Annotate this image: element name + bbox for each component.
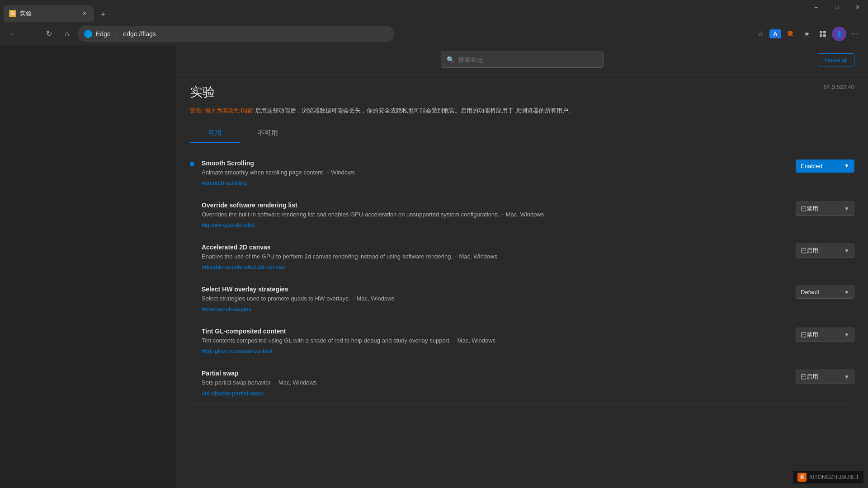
weibo-icon[interactable]: 微 [783,27,797,41]
watermark-logo: 系 [797,473,807,482]
content-area: 🔍 Reset all 实验 84.0.522.40 警告: 前方为实验性功能!… [176,45,868,488]
menu-button[interactable]: ⋯ [848,27,863,41]
minimize-button[interactable]: – [806,0,826,14]
flag-control: 已启用 ▼ [796,370,854,384]
flag-select-value: 已禁用 [801,205,818,213]
watermark: 系 XITONGZHIJIA.NET [793,471,863,483]
content-tabs: 可用 不可用 [190,124,854,143]
flag-dot [190,246,194,250]
flags-header: 实验 84.0.522.40 [190,84,854,101]
left-sidebar [0,45,176,488]
browser-collections-icon[interactable] [816,27,830,41]
flag-link[interactable]: #smooth-scrolling [202,179,248,186]
flag-name: Select HW overlay strategies [202,286,788,293]
search-container: 🔍 Reset all [176,45,868,75]
flag-select-value: 已启用 [801,373,818,381]
flag-item: Smooth Scrolling Animate smoothly when s… [190,152,854,194]
tab-available[interactable]: 可用 [190,124,240,143]
maximize-button[interactable]: □ [826,0,847,14]
flag-desc: Animate smoothly when scrolling page con… [202,169,788,177]
flag-info: Tint GL-composited content Tint contents… [202,328,788,355]
flag-desc: Overrides the built-in software renderin… [202,211,788,219]
new-tab-button[interactable]: + [96,7,110,22]
warning-body: 启用这些功能后，浏览器数据可能会丢失，你的安全或隐私也可能会受到危害。启用的功能… [255,107,574,114]
flag-select-value: 已禁用 [801,331,818,339]
flag-select-arrow-icon: ▼ [844,374,849,380]
tab-label: 实验 [20,9,32,18]
search-box[interactable]: 🔍 [441,52,604,68]
flag-link[interactable]: #ui-disable-partial-swap [202,390,264,397]
flag-info: Partial swap Sets partial swap behavior.… [202,370,788,397]
flag-item: Select HW overlay strategies Select stra… [190,278,854,320]
flag-link[interactable]: #overlay-strategies [202,305,251,312]
address-box[interactable]: Edge | edge://flags [78,26,394,42]
tab-unavailable[interactable]: 不可用 [240,124,296,143]
flag-dot [190,330,194,334]
flag-name: Override software rendering list [202,202,788,209]
back-button[interactable]: ← [5,27,20,41]
flag-name: Tint GL-composited content [202,328,788,335]
address-url[interactable]: edge://flags [123,30,156,38]
flag-select-button[interactable]: 已启用 ▼ [796,244,854,258]
warning-message: 警告: 前方为实验性功能! 启用这些功能后，浏览器数据可能会丢失，你的安全或隐私… [190,106,854,115]
toolbar-right: ☆ A 微 ★ 👤 ⋯ [753,27,863,41]
flag-select-button[interactable]: 已禁用 ▼ [796,202,854,216]
home-button[interactable]: ⌂ [60,27,74,41]
tab-close-btn[interactable]: ✕ [80,9,89,18]
flag-select-button[interactable]: Enabled ▼ [796,160,854,173]
collections-icon[interactable]: ★ [799,27,814,41]
profile-button[interactable]: 👤 [832,27,846,41]
translate-icon[interactable]: A [769,29,781,38]
warning-link[interactable]: 警告: 前方为实验性功能! [190,107,254,114]
tab-favicon: 实 [9,10,16,17]
flag-item: Accelerated 2D canvas Enables the use of… [190,236,854,278]
flag-select-arrow-icon: ▼ [844,163,849,169]
close-button[interactable]: ✕ [847,0,868,14]
flag-name: Partial swap [202,370,788,377]
address-separator: | [116,30,118,38]
flag-select-arrow-icon: ▼ [844,332,849,338]
flag-select-value: 已启用 [801,247,818,255]
flag-info: Select HW overlay strategies Select stra… [202,286,788,313]
flag-select-button[interactable]: Default ▼ [796,286,854,299]
svg-rect-0 [820,31,822,33]
flag-select-value: Default [801,289,819,296]
main-content: 🔍 Reset all 实验 84.0.522.40 警告: 前方为实验性功能!… [0,45,868,488]
flag-control: 已禁用 ▼ [796,202,854,216]
active-tab[interactable]: 实 实验 ✕ [4,5,94,22]
svg-rect-2 [820,34,822,37]
tab-area: 实 实验 ✕ + [4,0,110,22]
flag-control: Enabled ▼ [796,160,854,173]
flag-select-arrow-icon: ▼ [844,289,849,296]
flag-select-arrow-icon: ▼ [844,206,849,212]
flag-name: Smooth Scrolling [202,160,788,167]
flag-link[interactable]: #ignore-gpu-denylist [202,221,255,228]
titlebar: 实 实验 ✕ + – □ ✕ [0,0,868,22]
flag-dot [190,162,194,166]
flags-list: Smooth Scrolling Animate smoothly when s… [190,152,854,405]
flag-select-value: Enabled [801,163,822,169]
flag-link[interactable]: #tint-gl-composited-content [202,347,273,354]
flag-dot [190,372,194,376]
flag-desc: Enables the use of the GPU to perform 2d… [202,253,788,261]
flag-select-button[interactable]: 已禁用 ▼ [796,328,854,342]
search-input[interactable] [458,56,598,63]
flag-control: Default ▼ [796,286,854,299]
version-label: 84.0.522.40 [823,84,854,90]
reload-button[interactable]: ↻ [42,27,56,41]
addressbar: ← → ↻ ⌂ Edge | edge://flags ☆ A 微 ★ 👤 ⋯ [0,22,868,45]
flag-name: Accelerated 2D canvas [202,244,788,251]
reset-all-button[interactable]: Reset all [818,53,854,66]
search-icon: 🔍 [447,56,454,63]
flag-desc: Select strategies used to promote quads … [202,295,788,303]
flag-item: Tint GL-composited content Tint contents… [190,320,854,362]
forward-button[interactable]: → [24,27,38,41]
flag-select-button[interactable]: 已启用 ▼ [796,370,854,384]
flag-dot [190,288,194,292]
flag-info: Smooth Scrolling Animate smoothly when s… [202,160,788,187]
flag-link[interactable]: #disable-accelerated-2d-canvas [202,263,285,270]
edge-logo-icon [84,30,92,38]
watermark-text: XITONGZHIJIA.NET [809,474,859,480]
favorites-star-icon[interactable]: ☆ [753,27,768,41]
flag-desc: Tint contents composited using GL with a… [202,337,788,345]
